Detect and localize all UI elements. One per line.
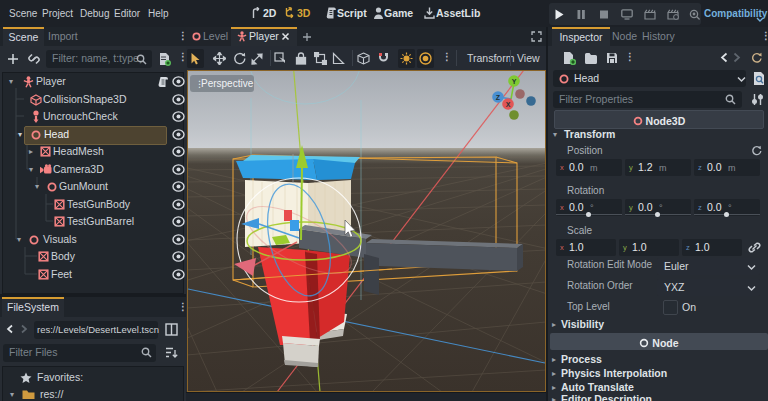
svg-text:Y: Y <box>512 78 517 85</box>
svg-text:X: X <box>506 101 511 108</box>
svg-text:Perspective: Perspective <box>201 78 254 89</box>
svg-text:Z: Z <box>496 94 501 101</box>
